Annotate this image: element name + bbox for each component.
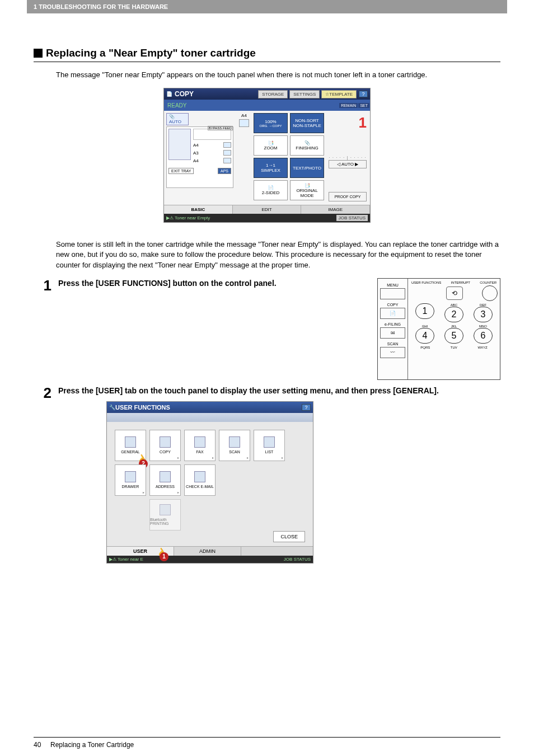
- counter-button[interactable]: [482, 285, 498, 301]
- zoom-button[interactable]: 📑 ZOOM: [254, 135, 288, 156]
- copy-label: COPY: [380, 303, 405, 307]
- uf-list-button[interactable]: LIST▸: [254, 430, 285, 461]
- key-6[interactable]: 6: [474, 328, 493, 344]
- uf-job-status-button[interactable]: JOB STATUS: [284, 557, 311, 562]
- section-title: Replacing a "Near Empty" toner cartridge: [46, 47, 256, 59]
- key-3[interactable]: 3: [474, 307, 493, 322]
- copy-button[interactable]: 📄: [380, 308, 405, 319]
- exit-tray-button[interactable]: EXIT TRAY: [168, 168, 194, 174]
- key-1[interactable]: 1: [415, 303, 434, 319]
- efiling-label: e-FILING: [380, 322, 405, 326]
- tray-a3[interactable]: A3: [193, 150, 231, 156]
- callout-1: 1: [160, 552, 168, 561]
- set-label: SET: [358, 103, 369, 108]
- uf-title: USER FUNCTIONS: [115, 404, 170, 411]
- tab-image[interactable]: IMAGE: [301, 205, 370, 214]
- page-footer: 40 Replacing a Toner Cartridge: [34, 737, 500, 749]
- page-content: Replacing a "Near Empty" toner cartridge…: [0, 13, 534, 591]
- nonsort-button[interactable]: NON-SORT NON-STAPLE: [290, 113, 324, 133]
- job-status-button[interactable]: JOB STATUS: [336, 215, 368, 221]
- bypass-feed[interactable]: BYPASS FEED: [208, 126, 233, 130]
- tray-a4[interactable]: A4: [193, 142, 231, 148]
- step-2: 2 Press the [USER] tab on the touch pane…: [34, 386, 500, 575]
- aps-button[interactable]: APS: [218, 168, 231, 174]
- note-paragraph: Some toner is still left in the toner ca…: [56, 240, 500, 270]
- intro-paragraph: The message "Toner near Empty" appears o…: [56, 70, 500, 80]
- copy-icon: 📄: [166, 91, 172, 97]
- user-functions-screen-image: 🔧 USER FUNCTIONS ? GENERAL▸ ☝ 2 COPY▸: [106, 401, 313, 564]
- uf-status-message: ⚠ Toner near E: [113, 557, 284, 562]
- key-5[interactable]: 5: [444, 328, 463, 344]
- menu-label: MENU: [380, 283, 405, 287]
- template-button[interactable]: ☆TEMPLATE: [321, 90, 357, 98]
- origmode-button[interactable]: 📑 ORIGINAL MODE: [290, 180, 324, 200]
- step-1: 1 Press the [USER FUNCTIONS] button on t…: [34, 278, 500, 380]
- page-number: 40: [34, 741, 41, 749]
- breadcrumb-text: 1 TROUBLESHOOTING FOR THE HARDWARE: [34, 3, 168, 10]
- zoom-pct-button[interactable]: 100%ORG. →COPY: [254, 113, 288, 133]
- ready-label: READY: [167, 102, 339, 109]
- density-dots: · · · · · | · · · · ·: [329, 155, 367, 160]
- settings-button[interactable]: SETTINGS: [289, 90, 320, 98]
- uf-drawer-button[interactable]: DRAWER▸: [115, 464, 146, 496]
- uf-general-button[interactable]: GENERAL▸ ☝ 2: [115, 430, 146, 461]
- counter-label: COUNTER: [480, 281, 496, 284]
- step-1-number: 1: [34, 278, 58, 293]
- interrupt-button[interactable]: ⟲: [446, 287, 463, 300]
- simplex-button[interactable]: 1→1SIMPLEX: [254, 158, 288, 178]
- finishing-button[interactable]: 📎 FINISHING: [290, 135, 324, 156]
- copy-count: 1: [329, 114, 367, 132]
- efiling-button[interactable]: ✉: [380, 327, 405, 339]
- auto-density-button[interactable]: ◁AUTO▶: [329, 160, 367, 168]
- step-2-number: 2: [34, 386, 58, 400]
- interrupt-label: INTERRUPT: [451, 281, 470, 284]
- uf-tab-admin[interactable]: ADMIN: [174, 547, 241, 556]
- copy-screen-image: 📄 COPY STORAGE SETTINGS ☆TEMPLATE ? READ…: [163, 88, 371, 223]
- scan-button[interactable]: 〰: [380, 347, 405, 358]
- proof-copy-button[interactable]: PROOF COPY: [329, 192, 367, 201]
- tab-basic[interactable]: BASIC: [164, 205, 233, 214]
- scan-label: SCAN: [380, 342, 405, 346]
- tray-a4-2[interactable]: A4: [193, 158, 231, 163]
- key-2[interactable]: 2: [444, 307, 463, 322]
- textphoto-button[interactable]: TEXT/PHOTO: [290, 158, 324, 178]
- uf-icon: 🔧: [109, 405, 115, 410]
- uf-address-button[interactable]: ADDRESS▸: [149, 464, 181, 496]
- uf-fax-button[interactable]: FAX▸: [184, 430, 216, 461]
- help-button[interactable]: ?: [359, 91, 368, 97]
- step-1-text: Press the [USER FUNCTIONS] button on the…: [58, 278, 377, 288]
- uf-help-button[interactable]: ?: [302, 404, 311, 411]
- remain-label: REMAIN: [339, 103, 358, 108]
- uf-checkemail-button[interactable]: CHECK E-MAIL: [184, 464, 216, 496]
- key-4[interactable]: 4: [415, 328, 434, 344]
- uf-scan-button[interactable]: SCAN▸: [219, 430, 250, 461]
- copy-screen-title: COPY: [175, 90, 194, 98]
- uf-bluetooth-button[interactable]: Bluetooth PRINTING: [149, 499, 181, 530]
- uf-copy-button[interactable]: COPY▸: [149, 430, 181, 461]
- auto-button[interactable]: 📎 AUTO: [166, 113, 189, 125]
- control-panel-image: MENU COPY 📄 e-FILING ✉ SCAN 〰 USER FUNCT…: [377, 278, 500, 380]
- section-title-row: Replacing a "Near Empty" toner cartridge: [34, 47, 500, 62]
- status-message: ⚠ Toner near Empty: [170, 215, 336, 220]
- step-2-text: Press the [USER] tab on the touch panel …: [58, 386, 500, 396]
- uf-close-button[interactable]: CLOSE: [273, 531, 305, 542]
- tab-edit[interactable]: EDIT: [233, 205, 302, 214]
- twosided-button[interactable]: 📄 2-SIDED: [254, 180, 288, 200]
- menu-button[interactable]: [380, 288, 405, 299]
- section-bullet-icon: [34, 49, 43, 58]
- footer-title: Replacing a Toner Cartridge: [50, 741, 134, 749]
- page-header: 1 TROUBLESHOOTING FOR THE HARDWARE: [27, 0, 507, 13]
- paper-tray-box: BYPASS FEED A4 A3 A4 EXIT TRAY APS: [166, 126, 233, 188]
- storage-button[interactable]: STORAGE: [258, 90, 288, 98]
